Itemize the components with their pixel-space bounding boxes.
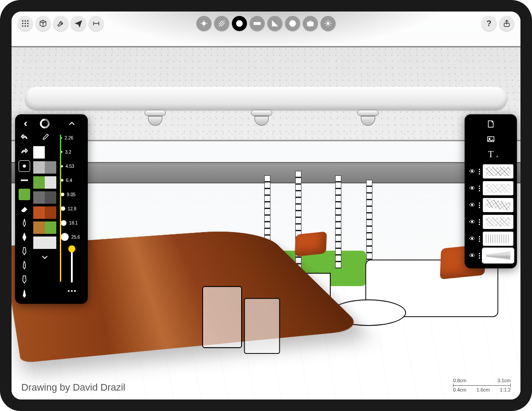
swatch-row[interactable] <box>33 191 56 204</box>
visibility-icon[interactable]: 👁 <box>468 202 476 209</box>
pen-air-icon[interactable] <box>19 274 30 285</box>
move-3d-icon[interactable] <box>196 16 211 31</box>
brush-preset-line[interactable] <box>19 174 30 186</box>
brush-size-slider[interactable] <box>71 247 73 283</box>
layer-options-icon[interactable] <box>479 202 480 208</box>
scale-val: 0.4cm <box>453 387 466 393</box>
svg-point-14 <box>309 23 312 25</box>
size-label: 3.2 <box>65 150 71 155</box>
brush-size-option[interactable]: 3.2 <box>59 146 85 158</box>
layer-row[interactable]: 👁 <box>467 180 514 197</box>
brush-size-option[interactable]: 6.4 <box>59 174 85 186</box>
toolbar-left <box>18 16 104 31</box>
size-label: 6.4 <box>66 178 72 183</box>
drawing-credit: Drawing by David Drazil <box>21 382 125 393</box>
toolbar-right: ? <box>481 16 514 31</box>
brush-size-option[interactable]: 2.26 <box>59 132 85 143</box>
image-layer-icon[interactable] <box>485 134 496 144</box>
visibility-icon[interactable]: 👁 <box>468 168 476 175</box>
text-layer-icon[interactable]: T+ <box>485 149 496 159</box>
swatch-row[interactable] <box>33 206 56 219</box>
pen-brush-icon[interactable] <box>19 231 30 243</box>
chevron-down-icon[interactable] <box>39 252 51 263</box>
layer-thumbnail[interactable] <box>483 248 513 263</box>
brush-preset-dot[interactable] <box>19 160 30 172</box>
brush-size-option[interactable]: 9.05 <box>59 189 85 200</box>
layer-row[interactable]: 👁 <box>467 197 514 213</box>
brush-size-option[interactable]: 18.1 <box>59 217 85 229</box>
layer-thumbnail[interactable] <box>483 232 513 246</box>
redo-icon[interactable] <box>19 146 30 158</box>
visibility-icon[interactable]: 👁 <box>468 252 476 259</box>
brush-size-option[interactable]: 25.6 <box>59 231 85 243</box>
more-icon[interactable] <box>66 285 78 297</box>
ruler-icon[interactable] <box>250 16 265 31</box>
visibility-icon[interactable]: 👁 <box>468 235 476 242</box>
fill-bucket-icon[interactable] <box>19 189 30 200</box>
eraser-icon[interactable] <box>19 203 30 214</box>
size-label: 18.1 <box>69 221 78 225</box>
canvas-tree <box>335 175 341 268</box>
layer-row[interactable]: 👁 <box>467 247 514 264</box>
wrench-icon[interactable] <box>53 16 68 31</box>
brush-size-option[interactable]: 4.53 <box>59 160 85 172</box>
pen-ink-icon[interactable] <box>19 288 30 299</box>
layer-options-icon[interactable] <box>479 169 480 174</box>
layer-options-icon[interactable] <box>479 253 480 259</box>
color-wheel[interactable] <box>39 118 51 129</box>
eyedropper-icon[interactable] <box>39 132 51 143</box>
canvas-lamp <box>251 110 272 128</box>
camera-icon[interactable] <box>303 16 318 31</box>
size-label: 2.26 <box>65 136 73 140</box>
layer-row[interactable]: 👁 <box>467 163 514 180</box>
scale-val: 0.8cm <box>453 377 466 384</box>
grid-icon[interactable] <box>18 16 33 31</box>
clock-icon[interactable] <box>232 16 247 31</box>
pen-fine-icon[interactable] <box>19 217 30 229</box>
share-icon[interactable] <box>499 16 514 31</box>
toolbar-center <box>196 16 336 31</box>
no-entry-icon[interactable] <box>285 16 300 31</box>
pen-marker-icon[interactable] <box>19 245 30 257</box>
swatch-row[interactable] <box>33 237 56 249</box>
gear-icon[interactable] <box>321 16 336 31</box>
layer-thumbnail[interactable] <box>483 181 513 195</box>
size-label: 12.8 <box>68 206 76 211</box>
svg-point-9 <box>203 22 206 25</box>
canvas-lamp <box>357 110 379 128</box>
swatch-row[interactable] <box>33 161 56 174</box>
layer-row[interactable]: 👁 <box>467 230 514 247</box>
collapse-palette[interactable]: ‹‹ <box>23 118 25 129</box>
layer-thumbnail[interactable] <box>483 198 513 212</box>
swatch-row[interactable] <box>33 221 56 234</box>
canvas-chair <box>244 298 280 354</box>
set-square-icon[interactable] <box>267 16 282 31</box>
scale-val: 3.1cm <box>497 377 511 384</box>
pen-technical-icon[interactable] <box>19 260 30 271</box>
layer-options-icon[interactable] <box>479 219 480 225</box>
svg-point-7 <box>25 26 26 27</box>
layer-options-icon[interactable] <box>479 236 480 242</box>
new-layer-icon[interactable] <box>485 119 496 129</box>
swatch-row[interactable] <box>33 146 56 159</box>
layer-options-icon[interactable] <box>479 186 480 191</box>
measure-tool-icon[interactable] <box>89 16 104 31</box>
help-icon[interactable]: ? <box>481 16 497 31</box>
canvas-chair <box>202 286 242 348</box>
cube-icon[interactable] <box>35 16 51 31</box>
visibility-icon[interactable]: 👁 <box>468 185 476 192</box>
layers-panel: T+ 👁 👁 👁 👁 👁 👁 <box>465 114 517 268</box>
svg-point-4 <box>25 23 26 24</box>
svg-point-3 <box>22 23 23 24</box>
visibility-icon[interactable]: 👁 <box>468 218 476 225</box>
layer-row[interactable]: 👁 <box>467 213 514 230</box>
hatch-icon[interactable] <box>214 16 229 31</box>
undo-icon[interactable] <box>19 132 30 143</box>
drawing-canvas[interactable] <box>12 12 520 399</box>
chevron-up-icon[interactable] <box>66 118 78 129</box>
layer-thumbnail[interactable] <box>483 215 513 229</box>
layer-thumbnail[interactable] <box>483 164 513 178</box>
swatch-row[interactable] <box>33 176 56 189</box>
send-to-icon[interactable] <box>71 16 86 31</box>
brush-size-option[interactable]: 12.8 <box>59 203 85 214</box>
